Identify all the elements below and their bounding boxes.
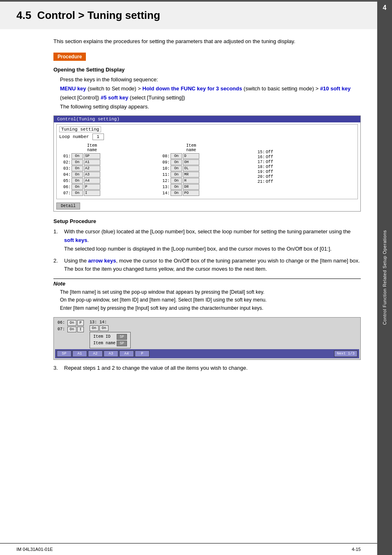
item-name-cell: OH — [183, 159, 199, 165]
item-name-cell: SP — [84, 153, 100, 159]
step1-detail: The selected loop number is displayed in… — [64, 246, 332, 252]
note-line: The [Item name] is set using the pop-up … — [60, 288, 361, 296]
bottom-screenshot: 06: On P 07: On I 13: On 14: On — [53, 317, 361, 360]
item-name-cell: D — [183, 153, 199, 159]
item-name-cell: A4 — [84, 178, 100, 184]
main-content: 4.5 Control > Tuning setting This sectio… — [0, 0, 377, 555]
softkey-button[interactable]: P — [135, 350, 150, 357]
item-name-cell: OL — [183, 166, 199, 171]
item-id: 09: — [158, 160, 170, 165]
bottom-main-area: 06: On P 07: On I 13: On 14: On — [55, 319, 359, 349]
numbered-list: 1. With the cursor (blue) located at the… — [53, 228, 361, 274]
item-val: Off — [266, 170, 273, 174]
procedure-badge: Procedure — [53, 53, 86, 61]
item-name-cell: A2 — [84, 166, 100, 171]
item-val: Off — [266, 165, 273, 169]
item-header-left: Item name — [59, 143, 157, 152]
step3-content: Repeat steps 1 and 2 to change the value… — [64, 364, 361, 373]
item-row: 03: On A2 — [59, 166, 157, 171]
item-row: 02: On A1 — [59, 159, 157, 165]
item-row: 09: On OH — [158, 159, 256, 165]
item-id: 13: — [158, 185, 170, 189]
item-row-right: 19: Off — [258, 170, 355, 174]
item-name-cell: DR — [183, 184, 199, 190]
setup-section: Setup Procedure 1. With the cursor (blue… — [53, 218, 361, 372]
item-row: 13: On DR — [158, 184, 256, 190]
appears-text: The following setting display appears. — [60, 102, 361, 111]
item-row: 10: On OL — [158, 166, 256, 171]
chapter-title: 4.5 — [16, 9, 31, 22]
softkey-button[interactable]: Next 1/3 — [334, 350, 357, 357]
display-inner: Tuning setting Loop number 1 Item name — [56, 124, 358, 199]
step1-text: With the cursor (blue) located at the [L… — [64, 228, 350, 235]
bottom-left-table: 06: On P 07: On I — [58, 320, 84, 333]
item-name-cell: A3 — [84, 172, 100, 177]
item-row: 08: On D — [158, 153, 256, 159]
item-name-value: SP — [117, 341, 127, 346]
menu-key: MENU key — [60, 85, 86, 92]
soft10-after: (select [Control]) — [60, 94, 101, 101]
menu-key-after: (switch to Set mode) > — [86, 85, 143, 92]
right-sidebar: 4 Control Function Related Setup Operati… — [377, 0, 392, 555]
item-popup: Item ID SP Item name SP — [90, 332, 131, 348]
item-on-cell: On — [171, 190, 182, 196]
softkey-button[interactable]: A2 — [88, 350, 103, 357]
item-row-right: 18: Off — [258, 165, 355, 169]
open-instruction-1: Press the keys in the following sequence… — [60, 75, 361, 84]
loop-number-label: Loop number — [59, 134, 89, 139]
item-id: 15: — [258, 150, 265, 154]
item-on-cell: On — [71, 184, 83, 190]
soft10: #10 soft key — [320, 85, 350, 92]
item-on-cell: On — [171, 172, 182, 177]
detail-button[interactable]: Detail — [56, 203, 80, 210]
item-id: 10: — [158, 166, 170, 171]
content-area: This section explains the procedures for… — [0, 29, 377, 384]
item-id-row: Item ID SP — [93, 334, 127, 340]
item-name-cell: H — [183, 178, 199, 184]
item-id: 20: — [258, 175, 265, 179]
softkey-button[interactable]: A1 — [72, 350, 87, 357]
softkey-button[interactable]: SP — [57, 350, 71, 357]
step2-key: arrow keys — [88, 258, 116, 264]
item-row: 06: On P — [59, 184, 157, 190]
item-id: 02: — [59, 160, 71, 165]
item-col-right: 15: Off 16: Off 17: Off 18: Off 19: Off … — [258, 143, 355, 196]
item-on-cell: On — [171, 159, 182, 165]
item-name-cell: P — [84, 184, 100, 190]
step2-content: Using the arrow keys, move the cursor to… — [64, 257, 361, 274]
step1-content: With the cursor (blue) located at the [L… — [64, 228, 361, 253]
item-on-cell: On — [171, 184, 182, 190]
softkey-button[interactable]: A4 — [119, 350, 134, 357]
item-row: 05: On A4 — [59, 178, 157, 184]
item-id: 21: — [258, 180, 265, 184]
item-id: 16: — [258, 155, 265, 159]
items-right: 15: Off 16: Off 17: Off 18: Off 19: Off … — [258, 150, 355, 184]
item-row-right: 21: Off — [258, 180, 355, 184]
item-on-cell: On — [171, 153, 182, 159]
page-container: 4.5 Control > Tuning setting This sectio… — [0, 0, 392, 555]
display-title: Control(Tuning setting) — [54, 116, 360, 122]
bottom-right-col: 13: On — [90, 320, 99, 331]
item-row-right: 15: Off — [258, 150, 355, 154]
loop-number-box: 1 — [92, 134, 104, 140]
softkey-button[interactable]: A3 — [104, 350, 118, 357]
step2-detail: The box for the item you changed turns y… — [64, 266, 267, 272]
item-on-cell: On — [71, 159, 83, 165]
item-on-cell: On — [71, 190, 83, 196]
item-col-middle: Item name 08: On D 09: On OH 10: On OL 1… — [158, 143, 256, 196]
item-name-cell: MR — [183, 172, 199, 177]
item-on-cell: On — [71, 153, 83, 159]
items-middle: 08: On D 09: On OH 10: On OL 11: On MR 1… — [158, 153, 256, 196]
loop-number-row: Loop number 1 — [59, 134, 355, 140]
item-id-value: SP — [117, 334, 127, 340]
sidebar-text: Control Function Related Setup Operation… — [382, 230, 387, 325]
item-name-label2: Item name — [93, 341, 115, 345]
soft5-after: (select [Tuning setting]) — [128, 94, 185, 101]
note-label: Note — [53, 281, 361, 287]
sidebar-number: 4 — [377, 4, 392, 12]
item-on-cell: On — [71, 172, 83, 177]
bottom-row: 06: On P — [58, 320, 84, 326]
setting-display: Control(Tuning setting) Tuning setting L… — [53, 115, 361, 212]
item-id: 05: — [59, 179, 71, 183]
item-row: 12: On H — [158, 178, 256, 184]
